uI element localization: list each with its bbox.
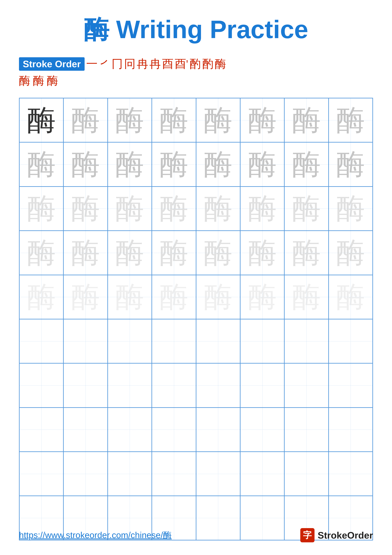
grid-cell-1-2[interactable]: 酶 (64, 98, 107, 142)
char-1-4: 酶 (160, 101, 188, 139)
grid-cell-7-3[interactable] (108, 363, 152, 407)
grid-cell-1-3[interactable]: 酶 (108, 98, 152, 142)
grid-cell-8-8[interactable] (328, 408, 373, 452)
char-5-1: 酶 (27, 278, 56, 316)
grid-cell-2-7[interactable]: 酶 (284, 142, 328, 186)
grid-cell-7-7[interactable] (284, 363, 328, 407)
grid-cell-3-2[interactable]: 酶 (64, 187, 107, 231)
char-2-2: 酶 (71, 145, 100, 183)
grid-cell-5-1[interactable]: 酶 (19, 275, 64, 319)
grid-cell-7-4[interactable] (152, 363, 196, 407)
grid-cell-6-4[interactable] (152, 319, 196, 363)
grid-cell-4-8[interactable]: 酶 (328, 231, 373, 275)
grid-row-9 (19, 452, 373, 496)
grid-cell-5-6[interactable]: 酶 (240, 275, 284, 319)
footer-url[interactable]: https://www.strokeorder.com/chinese/酶 (19, 529, 172, 541)
grid-cell-3-7[interactable]: 酶 (284, 187, 328, 231)
stroke-12: 酶 (19, 73, 30, 88)
grid-cell-6-2[interactable] (64, 319, 107, 363)
grid-cell-5-7[interactable]: 酶 (284, 275, 328, 319)
stroke-14: 酶 (47, 73, 58, 88)
char-4-3: 酶 (115, 234, 144, 272)
grid-cell-3-8[interactable]: 酶 (328, 187, 373, 231)
grid-cell-7-6[interactable] (240, 363, 284, 407)
grid-cell-9-8[interactable] (328, 452, 373, 496)
grid-cell-6-8[interactable] (328, 319, 373, 363)
grid-cell-6-6[interactable] (240, 319, 284, 363)
char-2-7: 酶 (292, 145, 321, 183)
grid-cell-1-5[interactable]: 酶 (196, 98, 240, 142)
char-3-6: 酶 (248, 189, 277, 228)
grid-cell-4-7[interactable]: 酶 (284, 231, 328, 275)
grid-cell-1-1[interactable]: 酶 (19, 98, 64, 142)
grid-cell-5-3[interactable]: 酶 (108, 275, 152, 319)
grid-cell-2-8[interactable]: 酶 (328, 142, 373, 186)
grid-cell-4-3[interactable]: 酶 (108, 231, 152, 275)
grid-cell-1-7[interactable]: 酶 (284, 98, 328, 142)
char-5-7: 酶 (292, 278, 321, 316)
grid-cell-5-4[interactable]: 酶 (152, 275, 196, 319)
grid-cell-2-1[interactable]: 酶 (19, 142, 64, 186)
grid-cell-9-5[interactable] (196, 452, 240, 496)
char-1-6: 酶 (248, 101, 277, 139)
grid-cell-8-4[interactable] (152, 408, 196, 452)
grid-cell-4-6[interactable]: 酶 (240, 231, 284, 275)
stroke-9: 酌 (189, 56, 201, 72)
grid-cell-7-5[interactable] (196, 363, 240, 407)
grid-cell-3-6[interactable]: 酶 (240, 187, 284, 231)
char-1-2: 酶 (71, 101, 100, 139)
grid-cell-8-6[interactable] (240, 408, 284, 452)
grid-cell-2-5[interactable]: 酶 (196, 142, 240, 186)
grid-cell-4-1[interactable]: 酶 (19, 231, 64, 275)
grid-cell-8-1[interactable] (19, 408, 64, 452)
grid-cell-3-4[interactable]: 酶 (152, 187, 196, 231)
footer-brand-name: StrokeOrder (318, 530, 373, 541)
grid-cell-5-5[interactable]: 酶 (196, 275, 240, 319)
grid-cell-9-7[interactable] (284, 452, 328, 496)
stroke-1: 一 (86, 56, 98, 72)
grid-cell-9-1[interactable] (19, 452, 64, 496)
grid-cell-1-4[interactable]: 酶 (152, 98, 196, 142)
grid-cell-2-3[interactable]: 酶 (108, 142, 152, 186)
grid-cell-1-8[interactable]: 酶 (328, 98, 373, 142)
char-4-5: 酶 (204, 234, 232, 272)
grid-cell-3-5[interactable]: 酶 (196, 187, 240, 231)
grid-cell-6-1[interactable] (19, 319, 64, 363)
grid-cell-8-2[interactable] (64, 408, 107, 452)
grid-cell-2-6[interactable]: 酶 (240, 142, 284, 186)
grid-row-5: 酶 酶 酶 酶 酶 酶 酶 酶 (19, 275, 373, 319)
char-3-4: 酶 (160, 189, 188, 228)
grid-cell-9-4[interactable] (152, 452, 196, 496)
grid-cell-3-3[interactable]: 酶 (108, 187, 152, 231)
grid-row-4: 酶 酶 酶 酶 酶 酶 酶 酶 (19, 231, 373, 275)
footer-brand: 字 StrokeOrder (300, 528, 373, 542)
grid-cell-9-3[interactable] (108, 452, 152, 496)
grid-cell-2-4[interactable]: 酶 (152, 142, 196, 186)
char-1-1: 酶 (27, 101, 56, 139)
grid-cell-7-8[interactable] (328, 363, 373, 407)
char-4-8: 酶 (336, 234, 365, 272)
char-4-4: 酶 (160, 234, 188, 272)
grid-cell-9-6[interactable] (240, 452, 284, 496)
title-character: 酶 (84, 15, 109, 44)
grid-cell-4-4[interactable]: 酶 (152, 231, 196, 275)
grid-cell-8-3[interactable] (108, 408, 152, 452)
char-3-2: 酶 (71, 189, 100, 228)
grid-cell-9-2[interactable] (64, 452, 107, 496)
grid-cell-6-7[interactable] (284, 319, 328, 363)
char-2-5: 酶 (204, 145, 232, 183)
grid-cell-2-2[interactable]: 酶 (64, 142, 107, 186)
grid-cell-7-1[interactable] (19, 363, 64, 407)
grid-cell-6-3[interactable] (108, 319, 152, 363)
grid-cell-3-1[interactable]: 酶 (19, 187, 64, 231)
grid-cell-5-2[interactable]: 酶 (64, 275, 107, 319)
grid-cell-4-2[interactable]: 酶 (64, 231, 107, 275)
grid-cell-7-2[interactable] (64, 363, 107, 407)
page: 酶 Writing Practice Stroke Order 一 ㇒ 冂 冋 … (0, 0, 392, 555)
grid-cell-1-6[interactable]: 酶 (240, 98, 284, 142)
grid-cell-5-8[interactable]: 酶 (328, 275, 373, 319)
grid-cell-8-5[interactable] (196, 408, 240, 452)
grid-cell-6-5[interactable] (196, 319, 240, 363)
grid-cell-8-7[interactable] (284, 408, 328, 452)
grid-cell-4-5[interactable]: 酶 (196, 231, 240, 275)
